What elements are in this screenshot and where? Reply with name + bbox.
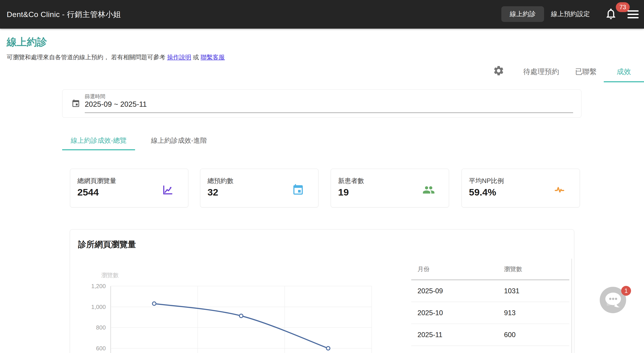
app-bar: Dent&Co Clinic - 行銷主管林小姐 線上約診 線上預約設定 73 <box>0 0 644 29</box>
svg-text:瀏覽數: 瀏覽數 <box>101 272 119 278</box>
stat-value: 32 <box>208 187 218 198</box>
subtitle-text: 可瀏覽和處理來自各管道的線上預約， 若有相關問題可參考 <box>7 54 167 61</box>
hamburger-menu-icon[interactable] <box>628 10 639 18</box>
pulse-icon <box>553 184 566 196</box>
table-row: 2025-11600 <box>411 324 569 346</box>
table-row: 2025-10913 <box>411 302 569 324</box>
pageviews-line-chart: 1,2001,000800600瀏覽數 <box>85 271 385 353</box>
svg-text:1,200: 1,200 <box>91 283 106 289</box>
stat-label: 總網頁瀏覽量 <box>77 177 116 185</box>
table-header-row: 月份 瀏覽數 <box>411 259 569 280</box>
stat-label: 新患者數 <box>338 177 364 185</box>
tab-pending-appointments[interactable]: 待處理預約 <box>514 62 568 81</box>
stat-card-avg-np-ratio: 平均NP比例 59.4% <box>462 169 580 207</box>
settings-button[interactable] <box>493 65 504 77</box>
pageviews-section-card: 診所網頁瀏覽量 1,2001,000800600瀏覽數 月份 瀏覽數 2025-… <box>70 229 574 353</box>
stat-value: 19 <box>338 187 349 198</box>
app-title: Dent&Co Clinic - 行銷主管林小姐 <box>7 0 121 29</box>
nav-booking-settings-label: 線上預約設定 <box>551 10 590 19</box>
page-subtitle: 可瀏覽和處理來自各管道的線上預約， 若有相關問題可參考 操作說明 或 聯繫客服 <box>7 53 225 61</box>
svg-text:800: 800 <box>96 324 106 331</box>
month-cell: 2025-10 <box>411 309 498 317</box>
pageviews-table-body: 2025-0910312025-109132025-11600 <box>411 280 569 346</box>
line-chart-icon <box>162 184 174 196</box>
contact-support-link[interactable]: 聯繫客服 <box>200 54 225 61</box>
calendar-event-icon <box>292 184 304 196</box>
bell-icon <box>605 8 617 20</box>
stat-value: 2544 <box>77 187 99 198</box>
stat-card-total-bookings: 總預約數 32 <box>200 169 318 207</box>
views-column-header: 瀏覽數 <box>498 265 569 273</box>
subtitle-conjunction: 或 <box>191 54 200 61</box>
input-underline <box>85 113 573 113</box>
notifications-button[interactable] <box>605 8 617 22</box>
nav-online-appointment-label: 線上約診 <box>510 10 536 19</box>
date-range-filter[interactable]: 篩選時間 2025-09 ~ 2025-11 <box>62 90 582 118</box>
calendar-icon <box>71 99 80 108</box>
filter-label: 篩選時間 <box>85 93 105 100</box>
month-cell: 2025-09 <box>411 287 498 295</box>
views-cell: 600 <box>498 331 569 339</box>
stat-card-new-patients: 新患者數 19 <box>331 169 449 207</box>
stat-card-total-pageviews: 總網頁瀏覽量 2544 <box>70 169 188 207</box>
month-column-header: 月份 <box>411 265 498 273</box>
tab-contacted[interactable]: 已聯繫 <box>568 62 604 81</box>
views-cell: 913 <box>498 309 569 317</box>
table-scrollbar[interactable] <box>571 259 572 353</box>
nav-booking-settings-button[interactable]: 線上預約設定 <box>548 6 592 22</box>
stat-value: 59.4% <box>469 187 496 198</box>
month-cell: 2025-11 <box>411 331 498 339</box>
stat-label: 總預約數 <box>208 177 234 185</box>
pageviews-table: 月份 瀏覽數 2025-0910312025-109132025-11600 <box>411 259 569 346</box>
page-title: 線上約診 <box>7 35 47 49</box>
people-icon <box>422 184 435 196</box>
table-row: 2025-091031 <box>411 280 569 302</box>
performance-subtabs: 線上約診成效-總覽 線上約診成效-進階 <box>62 133 216 150</box>
svg-text:1,000: 1,000 <box>91 303 106 310</box>
subtab-advanced[interactable]: 線上約診成效-進階 <box>141 133 216 150</box>
chat-widget-button[interactable]: 1 <box>600 287 626 313</box>
stat-label: 平均NP比例 <box>469 177 504 185</box>
svg-text:600: 600 <box>96 345 106 352</box>
chat-unread-badge: 1 <box>621 286 631 296</box>
views-cell: 1031 <box>498 287 569 295</box>
date-range-value[interactable]: 2025-09 ~ 2025-11 <box>85 100 147 109</box>
tab-performance[interactable]: 成效 <box>604 62 644 82</box>
pageviews-chart-title: 診所網頁瀏覽量 <box>78 239 136 250</box>
nav-online-appointment-button[interactable]: 線上約診 <box>501 6 544 22</box>
help-link[interactable]: 操作說明 <box>167 54 191 61</box>
subtab-overview[interactable]: 線上約診成效-總覽 <box>62 133 135 150</box>
gear-icon <box>493 65 504 77</box>
